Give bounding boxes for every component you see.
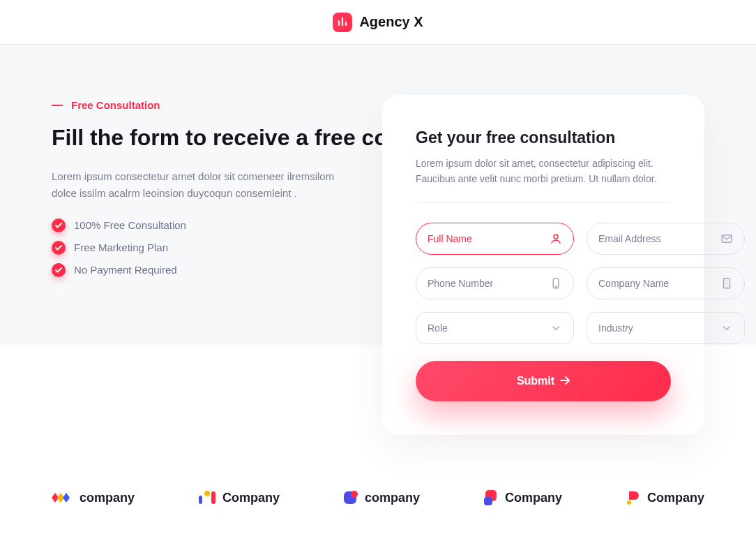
svg-point-3: [555, 286, 556, 287]
company-name: Company: [505, 491, 562, 505]
chevron-down-icon: [720, 322, 733, 334]
company-logo-2: Company: [199, 490, 280, 505]
company-name: Company: [222, 491, 280, 505]
company-logo-1: company: [52, 490, 135, 505]
brand-logo[interactable]: Agency X: [333, 13, 423, 32]
eyebrow-text: Free Consultation: [71, 99, 160, 111]
company-name: company: [80, 491, 135, 505]
industry-select[interactable]: [587, 312, 745, 344]
company-field[interactable]: [587, 267, 745, 299]
submit-button[interactable]: Submit: [416, 361, 671, 401]
divider: [416, 202, 671, 203]
dash-icon: [52, 105, 63, 106]
svg-point-0: [554, 235, 558, 239]
svg-rect-5: [199, 496, 202, 504]
company-icon-3: [344, 490, 359, 505]
company-logo-5: Company: [626, 490, 704, 505]
chevron-down-icon: [550, 322, 562, 334]
brand-name: Agency X: [359, 14, 423, 30]
svg-rect-4: [724, 278, 730, 288]
mail-icon: [720, 232, 733, 245]
company-name: company: [365, 491, 420, 505]
svg-point-6: [204, 491, 210, 496]
check-text: Free Marketing Plan: [74, 242, 168, 253]
form-subtitle: Lorem ipsum dolor sit amet, consectetur …: [416, 156, 671, 187]
company-logo-4: Company: [484, 490, 562, 505]
phone-icon: [550, 277, 562, 290]
company-name: Company: [647, 491, 704, 505]
email-field[interactable]: [587, 223, 745, 255]
form-grid: [416, 223, 671, 344]
phone-field[interactable]: [416, 267, 574, 299]
email-input[interactable]: [598, 233, 720, 244]
check-icon: [52, 241, 66, 255]
form-title: Get your free consultation: [416, 128, 671, 147]
svg-rect-11: [484, 497, 492, 505]
company-input[interactable]: [598, 278, 720, 289]
svg-rect-7: [211, 491, 216, 504]
hero-section: Free Consultation Fill the form to recei…: [0, 45, 756, 345]
user-icon: [550, 232, 562, 245]
role-input[interactable]: [428, 322, 550, 334]
company-icon-2: [199, 490, 217, 505]
phone-input[interactable]: [428, 278, 550, 289]
company-logo-3: company: [344, 490, 420, 505]
company-icon-1: [52, 490, 74, 505]
company-icon-4: [484, 490, 499, 505]
full-name-field[interactable]: [416, 223, 574, 255]
svg-point-9: [351, 491, 358, 498]
submit-label: Submit: [517, 375, 554, 387]
brand-icon: [333, 13, 352, 32]
check-text: No Payment Required: [74, 264, 177, 276]
full-name-input[interactable]: [428, 233, 550, 244]
consultation-form-card: Get your free consultation Lorem ipsum d…: [382, 95, 704, 435]
logos-strip: company Company company Company Company: [27, 490, 729, 505]
building-icon: [720, 277, 733, 290]
check-icon: [52, 218, 66, 232]
company-icon-5: [626, 490, 642, 505]
role-select[interactable]: [416, 312, 574, 344]
check-text: 100% Free Consultation: [74, 219, 186, 231]
svg-point-12: [627, 500, 631, 505]
header: Agency X: [0, 0, 756, 45]
check-icon: [52, 263, 66, 277]
industry-input[interactable]: [598, 322, 720, 334]
page-subtitle: Lorem ipsum consectetur amet dolor sit c…: [52, 168, 345, 202]
arrow-right-icon: [560, 375, 570, 387]
